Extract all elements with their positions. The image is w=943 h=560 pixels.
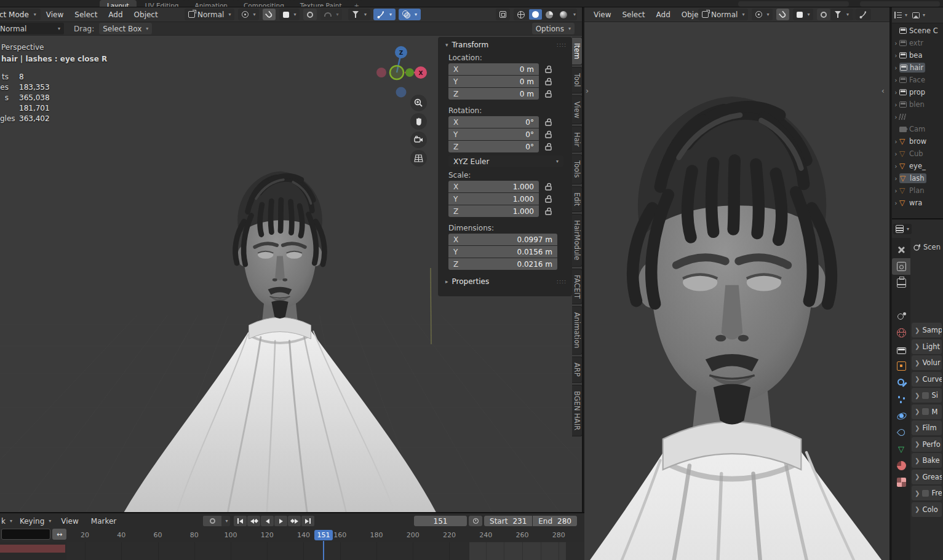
outliner-row[interactable]: ›▽eye_: [892, 160, 943, 172]
properties-panel-colo[interactable]: ❯Colo: [912, 502, 942, 517]
frame-start-field[interactable]: Start 231: [484, 516, 532, 526]
region-toggle-right-icon[interactable]: ‹: [881, 86, 885, 95]
gizmo-plus-y-axis[interactable]: [405, 68, 414, 77]
keying-menu[interactable]: Keying ▾: [16, 517, 55, 526]
snap-toggle[interactable]: [776, 9, 789, 20]
frame-end-field[interactable]: End 280: [533, 516, 577, 526]
jump-to-end-button[interactable]: [301, 516, 314, 526]
sidebar-tab-hair[interactable]: Hair: [572, 126, 582, 153]
panel-checkbox[interactable]: [922, 392, 929, 399]
menu-right-view[interactable]: View: [588, 10, 616, 19]
properties-panel-film[interactable]: ❯Film: [912, 420, 942, 435]
menu-left-select[interactable]: Select: [69, 10, 103, 19]
lock-open-icon[interactable]: [545, 90, 552, 98]
prev-keyframe-button[interactable]: [247, 516, 260, 526]
playhead[interactable]: [323, 541, 324, 560]
properties-tab-scene[interactable]: [892, 308, 910, 325]
shading-wireframe-button[interactable]: [515, 9, 528, 20]
viewport-right[interactable]: ViewSelectAddObject Normal ▾ ▾ ▾ ▾ ▾: [584, 7, 891, 560]
view-menu[interactable]: View: [55, 517, 84, 526]
menu-left-object[interactable]: Object: [129, 10, 164, 19]
value-field-x[interactable]: X1.000: [448, 181, 539, 192]
auto-keying-toggle[interactable]: [203, 516, 221, 526]
zoom-button[interactable]: [410, 95, 427, 111]
value-field-y[interactable]: Y0°: [448, 128, 539, 140]
sidebar-tab-arp[interactable]: ARP: [572, 357, 582, 383]
snap-with-dropdown[interactable]: ▾: [793, 9, 813, 20]
expand-arrow-icon[interactable]: ›: [893, 150, 899, 158]
properties-tab-object[interactable]: [892, 358, 910, 374]
outliner-row[interactable]: ›Face: [892, 74, 943, 86]
proportional-editing-toggle[interactable]: [817, 9, 830, 20]
properties-tab-constraints[interactable]: [892, 424, 910, 441]
snap-toggle[interactable]: [263, 9, 276, 20]
viewport-right-canvas[interactable]: › ‹: [584, 22, 889, 560]
value-field-z[interactable]: Z1.000: [448, 205, 539, 217]
sidebar-tab-view[interactable]: View: [572, 95, 582, 124]
gizmo-minus-z-axis[interactable]: [396, 87, 407, 98]
outliner-row[interactable]: ›extr: [892, 37, 943, 49]
use-preview-range-button[interactable]: [469, 516, 482, 526]
lock-open-icon[interactable]: [545, 183, 552, 191]
keyframe-summary-strip[interactable]: [0, 545, 65, 553]
value-field-x[interactable]: X0 m: [448, 63, 539, 75]
panel-checkbox[interactable]: [922, 490, 929, 497]
properties-panel-perfo[interactable]: ❯Perfo: [912, 437, 942, 452]
sidebar-tab-tool[interactable]: Tool: [572, 67, 582, 93]
menu-left-view[interactable]: View: [41, 10, 69, 19]
outliner-row[interactable]: ›▽wra: [892, 197, 943, 209]
expand-arrow-icon[interactable]: ›: [893, 39, 899, 47]
properties-tab-object-data[interactable]: ▽: [892, 441, 910, 457]
properties-panel-fre[interactable]: ❯Fre: [912, 486, 942, 500]
panel-checkbox[interactable]: [922, 408, 929, 415]
current-frame-field[interactable]: 151: [414, 516, 467, 526]
snap-with-dropdown[interactable]: ▾: [279, 9, 300, 20]
timeline-channel-region[interactable]: [0, 542, 66, 560]
outliner-row[interactable]: ›▽lash: [892, 172, 943, 184]
add-workspace-button[interactable]: +: [351, 0, 363, 7]
menu-right-add[interactable]: Add: [651, 10, 676, 19]
options-button[interactable]: Options ▾: [532, 23, 575, 34]
properties-panel-si[interactable]: ❯Si: [912, 388, 942, 403]
workspace-tab-animation[interactable]: Animation: [187, 0, 235, 7]
topbar-scene-controls-stub[interactable]: [738, 1, 849, 7]
proportional-editing-toggle[interactable]: [303, 9, 317, 20]
pivot-point-dropdown[interactable]: ▾: [238, 9, 259, 20]
expand-arrow-icon[interactable]: ›: [893, 64, 899, 72]
outliner-row[interactable]: Cam: [892, 123, 943, 135]
properties-tab-texture[interactable]: [892, 474, 910, 491]
menu-right-select[interactable]: Select: [616, 10, 650, 19]
expand-arrow-icon[interactable]: ›: [893, 76, 899, 84]
properties-tab-view-layer[interactable]: [892, 291, 910, 308]
marker-menu[interactable]: Marker: [85, 517, 122, 526]
outliner-row[interactable]: ›bea: [892, 49, 943, 61]
transform-orientation-dropdown[interactable]: Normal ▾: [698, 9, 748, 20]
properties-panel-bake[interactable]: ❯Bake: [912, 453, 942, 468]
viewport-left[interactable]: ct Mode ▾ ViewSelectAddObject Normal ▾ ▾…: [0, 7, 583, 512]
outliner-row[interactable]: ›prop: [892, 86, 943, 98]
camera-view-button[interactable]: [410, 132, 427, 148]
object-visibility-dropdown[interactable]: ▾: [348, 9, 370, 20]
proportional-falloff-dropdown[interactable]: ▾: [320, 9, 342, 20]
jump-to-start-button[interactable]: [234, 516, 247, 526]
workspace-tab-texture-paint[interactable]: Texture Paint: [293, 0, 349, 7]
topbar-scene-selector-stub[interactable]: [860, 1, 940, 7]
outliner-row[interactable]: ›: [892, 111, 943, 123]
properties-tab-tool[interactable]: [892, 242, 910, 258]
properties-panel-greas[interactable]: ❯Greas: [912, 470, 942, 484]
ortho-toggle-button[interactable]: [410, 150, 427, 167]
value-field-z[interactable]: Z0°: [448, 141, 539, 152]
timeline-ruler[interactable]: ↔ 151 2040608010012014016018020022024026…: [0, 529, 584, 542]
show-gizmo-dropdown[interactable]: [856, 9, 871, 20]
outliner-row[interactable]: ›▽Plan: [892, 184, 943, 197]
outliner-filter-dropdown[interactable]: ▾: [912, 12, 925, 18]
outliner-row[interactable]: ›blen: [892, 98, 943, 111]
rotation-mode-dropdown[interactable]: XYZ Euler ▾: [448, 156, 563, 167]
pan-button[interactable]: [410, 113, 427, 130]
properties-panel-volur[interactable]: ❯Volur: [912, 355, 942, 370]
panel-expand-icon[interactable]: ▸: [445, 278, 448, 285]
navigation-gizmo[interactable]: Z X: [369, 39, 437, 107]
properties-tab-world[interactable]: [892, 325, 910, 341]
sidebar-tab-bgen-hair[interactable]: BGEN HAIR: [572, 385, 582, 436]
sidebar-tab-edit[interactable]: Edit: [572, 186, 582, 212]
